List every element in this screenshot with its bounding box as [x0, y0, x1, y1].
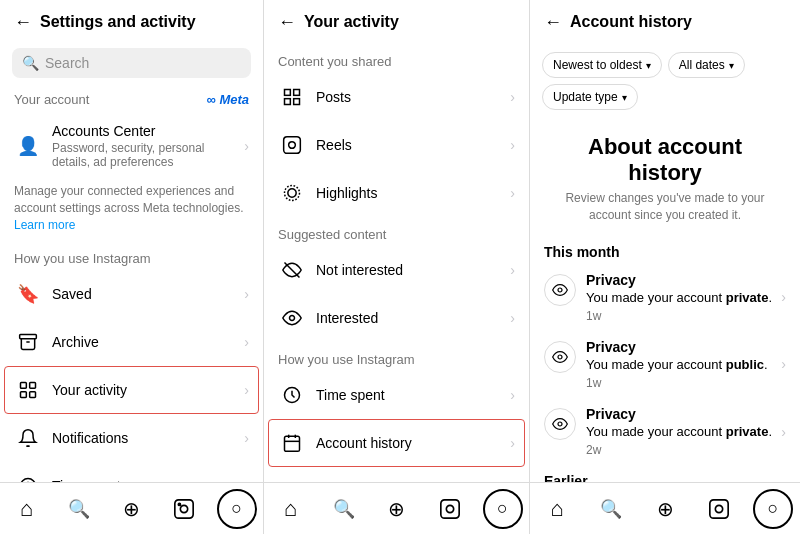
search-placeholder: Search	[45, 55, 89, 71]
update-type-filter[interactable]: Update type ▾	[542, 84, 638, 110]
archive-label: Archive	[52, 334, 240, 350]
your-activity-item[interactable]: Your activity ›	[4, 366, 259, 414]
right-reels-icon[interactable]	[699, 489, 739, 529]
right-search-icon[interactable]: 🔍	[591, 489, 631, 529]
search-nav-icon[interactable]: 🔍	[59, 489, 99, 529]
saved-item[interactable]: 🔖 Saved ›	[0, 270, 263, 318]
recent-searches-item[interactable]: Recent searches ›	[264, 467, 529, 482]
right-panel: ← Account history Newest to oldest ▾ All…	[530, 0, 800, 534]
mid-reels-icon[interactable]	[430, 489, 470, 529]
svg-point-31	[558, 288, 562, 292]
all-dates-caret: ▾	[729, 60, 734, 71]
mid-time-spent-chevron: ›	[510, 387, 515, 403]
privacy3-item[interactable]: Privacy You made your account private. 2…	[530, 398, 800, 465]
notifications-label: Notifications	[52, 430, 240, 446]
svg-rect-12	[294, 90, 300, 96]
your-activity-icon	[14, 376, 42, 404]
reels-item[interactable]: Reels ›	[264, 121, 529, 169]
this-month-label: This month	[530, 236, 800, 264]
update-type-caret: ▾	[622, 92, 627, 103]
all-dates-label: All dates	[679, 58, 725, 72]
left-panel-title: Settings and activity	[40, 13, 196, 31]
home-nav-icon[interactable]: ⌂	[6, 489, 46, 529]
svg-point-9	[180, 505, 187, 512]
meta-logo: ∞ Meta	[207, 92, 250, 107]
right-home-icon[interactable]: ⌂	[537, 489, 577, 529]
right-profile-icon[interactable]: ○	[753, 489, 793, 529]
left-panel-header: ← Settings and activity	[0, 0, 263, 44]
learn-more-link[interactable]: Learn more	[14, 218, 75, 232]
time-spent-item[interactable]: Time spent ›	[0, 462, 263, 482]
right-bottom-nav: ⌂ 🔍 ⊕ ○	[530, 482, 800, 534]
right-add-icon[interactable]: ⊕	[645, 489, 685, 529]
mid-profile-icon[interactable]: ○	[483, 489, 523, 529]
svg-point-30	[446, 505, 453, 512]
privacy1-time: 1w	[586, 309, 777, 323]
svg-rect-29	[440, 499, 458, 517]
notifications-item[interactable]: Notifications ›	[0, 414, 263, 462]
svg-rect-3	[21, 392, 27, 398]
privacy1-desc: You made your account private.	[586, 289, 777, 307]
privacy1-chevron: ›	[781, 289, 786, 305]
all-dates-filter[interactable]: All dates ▾	[668, 52, 745, 78]
account-history-item[interactable]: Account history ›	[268, 419, 525, 467]
right-panel-content: About account history Review changes you…	[530, 118, 800, 482]
mid-time-spent-item[interactable]: Time spent ›	[264, 371, 529, 419]
search-icon: 🔍	[22, 55, 39, 71]
update-type-label: Update type	[553, 90, 618, 104]
date-order-label: Newest to oldest	[553, 58, 642, 72]
mid-time-spent-label: Time spent	[316, 387, 506, 403]
svg-point-36	[715, 505, 722, 512]
svg-rect-8	[175, 499, 193, 517]
account-history-icon	[278, 429, 306, 457]
posts-item[interactable]: Posts ›	[264, 73, 529, 121]
reels-label: Reels	[316, 137, 506, 153]
date-order-filter[interactable]: Newest to oldest ▾	[542, 52, 662, 78]
interested-icon	[278, 304, 306, 332]
mid-panel-header: ← Your activity	[264, 0, 529, 44]
interested-item[interactable]: Interested ›	[264, 294, 529, 342]
accounts-center-item[interactable]: 👤 Accounts Center Password, security, pe…	[0, 113, 263, 179]
highlights-icon	[278, 179, 306, 207]
reels-nav-icon[interactable]	[164, 489, 204, 529]
mid-search-icon[interactable]: 🔍	[324, 489, 364, 529]
svg-rect-0	[20, 335, 37, 339]
mid-panel-content: Content you shared Posts › Reels › Highl…	[264, 44, 529, 482]
back-icon[interactable]: ←	[14, 12, 32, 33]
profile-nav-icon[interactable]: ○	[217, 489, 257, 529]
archive-item[interactable]: Archive ›	[0, 318, 263, 366]
privacy1-title: Privacy	[586, 272, 777, 288]
not-interested-item[interactable]: Not interested ›	[264, 246, 529, 294]
svg-point-20	[290, 316, 295, 321]
time-spent-icon	[14, 472, 42, 482]
privacy2-icon	[544, 341, 576, 373]
posts-icon	[278, 83, 306, 111]
search-bar[interactable]: 🔍 Search	[12, 48, 251, 78]
privacy2-chevron: ›	[781, 356, 786, 372]
privacy2-content: Privacy You made your account public. 1w	[586, 339, 777, 390]
privacy1-content: Privacy You made your account private. 1…	[586, 272, 777, 323]
about-account-subtitle: Review changes you've made to your accou…	[530, 190, 800, 236]
posts-chevron: ›	[510, 89, 515, 105]
time-spent-label: Time spent	[52, 478, 240, 482]
mid-panel: ← Your activity Content you shared Posts…	[264, 0, 530, 534]
recent-searches-icon	[278, 477, 306, 482]
privacy2-item[interactable]: Privacy You made your account public. 1w…	[530, 331, 800, 398]
not-interested-chevron: ›	[510, 262, 515, 278]
privacy1-item[interactable]: Privacy You made your account private. 1…	[530, 264, 800, 331]
right-back-icon[interactable]: ←	[544, 12, 562, 33]
interested-chevron: ›	[510, 310, 515, 326]
mid-add-icon[interactable]: ⊕	[377, 489, 417, 529]
privacy2-title: Privacy	[586, 339, 777, 355]
highlights-item[interactable]: Highlights ›	[264, 169, 529, 217]
accounts-center-icon: 👤	[14, 132, 42, 160]
add-nav-icon[interactable]: ⊕	[111, 489, 151, 529]
accounts-center-chevron: ›	[244, 138, 249, 154]
saved-icon: 🔖	[14, 280, 42, 308]
left-bottom-nav: ⌂ 🔍 ⊕ ○	[0, 482, 263, 534]
mid-home-icon[interactable]: ⌂	[271, 489, 311, 529]
mid-back-icon[interactable]: ←	[278, 12, 296, 33]
mid-how-you-use-label: How you use Instagram	[264, 342, 529, 371]
svg-point-33	[558, 422, 562, 426]
accounts-center-subtitle: Password, security, personal details, ad…	[52, 141, 240, 169]
